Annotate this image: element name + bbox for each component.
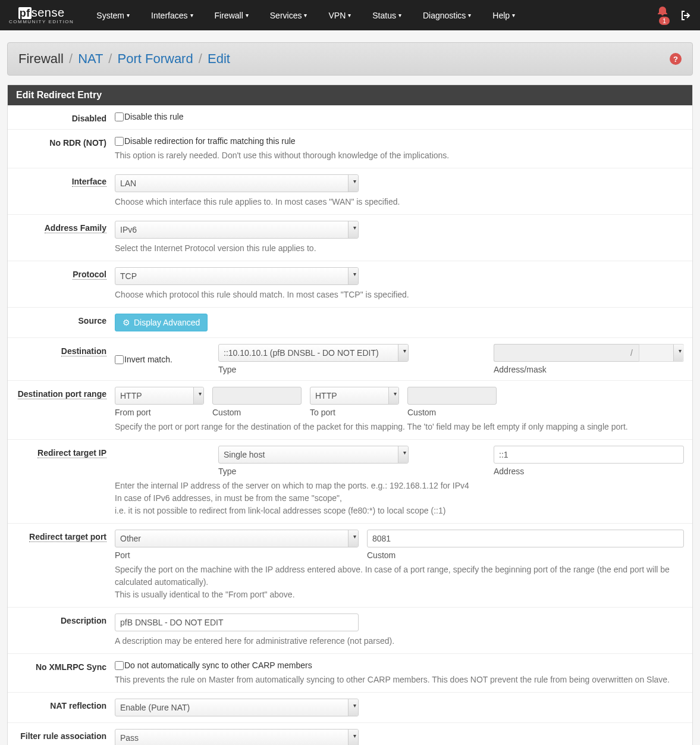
label-protocol: Protocol	[73, 270, 106, 280]
chevron-down-icon: ▾	[468, 12, 471, 18]
label-nordr: No RDR (NOT)	[49, 138, 106, 148]
rport-port-sublabel: Port	[115, 550, 359, 560]
dpr-custom2-sublabel: Custom	[407, 408, 497, 417]
page-header: Firewall / NAT / Port Forward / Edit ?	[7, 42, 693, 76]
rip-address-sublabel: Address	[494, 467, 684, 476]
nav-firewall[interactable]: Firewall▾	[204, 0, 259, 30]
nav-status[interactable]: Status▾	[362, 0, 412, 30]
label-noxmlrpc: No XMLRPC Sync	[36, 662, 106, 672]
nav-vpn[interactable]: VPN▾	[318, 0, 362, 30]
nordr-help: This option is rarely needed. Don't use …	[115, 149, 684, 162]
logo-sense: sense	[32, 6, 65, 19]
label-disabled: Disabled	[72, 114, 106, 123]
redir-ip-address-input[interactable]	[494, 446, 684, 464]
breadcrumb-root: Firewall	[18, 51, 64, 66]
notification-count-badge: 1	[659, 17, 670, 25]
label-dest-port-range: Destination port range	[18, 389, 106, 399]
filter-assoc-select[interactable]: Pass	[115, 729, 359, 745]
nordr-checkbox-label[interactable]: Disable redirection for traffic matching…	[115, 136, 684, 146]
address-family-help: Select the Internet Protocol version thi…	[115, 242, 684, 255]
notifications-button[interactable]: 1	[658, 6, 670, 25]
protocol-select[interactable]: TCP	[115, 267, 359, 285]
top-navbar: pfsense COMMUNITY EDITION System▾ Interf…	[0, 0, 700, 30]
dest-address-input	[494, 344, 624, 362]
redir-ip-type-select[interactable]: Single host	[218, 446, 409, 464]
label-interface: Interface	[72, 177, 106, 187]
dest-from-port-select[interactable]: HTTP	[115, 387, 204, 405]
chevron-down-icon: ▾	[398, 12, 401, 18]
dest-mask-select	[639, 344, 684, 362]
label-address-family: Address Family	[45, 223, 106, 233]
interface-select[interactable]: LAN	[115, 174, 359, 192]
description-help: A description may be entered here for ad…	[115, 635, 684, 647]
chevron-down-icon: ▾	[246, 12, 249, 18]
rip-help: Enter the internal IP address of the ser…	[115, 480, 684, 517]
nav-services[interactable]: Services▾	[259, 0, 318, 30]
interface-help: Choose which interface this rule applies…	[115, 196, 684, 208]
chevron-down-icon: ▾	[512, 12, 515, 18]
redir-port-select[interactable]: Other	[115, 530, 359, 547]
dest-to-port-select[interactable]: HTTP	[310, 387, 399, 405]
logout-button[interactable]	[680, 10, 691, 21]
chevron-down-icon: ▾	[348, 12, 351, 18]
dest-address-sublabel: Address/mask	[494, 365, 684, 374]
rport-help: Specify the port on the machine with the…	[115, 564, 684, 601]
nav-help[interactable]: Help▾	[482, 0, 526, 30]
dpr-from-sublabel: From port	[115, 408, 204, 417]
label-filter-assoc: Filter rule association	[20, 731, 106, 741]
panel-title: Edit Redirect Entry	[8, 85, 692, 105]
logo-pf: pf	[18, 7, 32, 19]
label-source: Source	[79, 316, 106, 325]
breadcrumb-edit[interactable]: Edit	[208, 51, 230, 66]
dest-invert-checkbox[interactable]	[115, 355, 124, 364]
gear-icon	[123, 318, 130, 327]
chevron-down-icon: ▾	[304, 12, 307, 18]
nav-system[interactable]: System▾	[86, 0, 140, 30]
nav-interfaces[interactable]: Interfaces▾	[140, 0, 203, 30]
label-redirect-target-port: Redirect target port	[29, 532, 106, 542]
label-description: Description	[61, 616, 106, 625]
address-family-select[interactable]: IPv6	[115, 221, 359, 239]
nordr-checkbox[interactable]	[115, 137, 124, 146]
redir-port-custom-input[interactable]	[367, 530, 684, 547]
nav-diagnostics[interactable]: Diagnostics▾	[412, 0, 482, 30]
description-input[interactable]	[115, 613, 359, 631]
disabled-checkbox[interactable]	[115, 112, 124, 121]
dpr-custom1-sublabel: Custom	[212, 408, 302, 417]
chevron-down-icon: ▾	[127, 12, 130, 18]
dest-to-custom-input	[407, 387, 497, 405]
dpr-to-sublabel: To port	[310, 408, 399, 417]
label-redirect-target-ip: Redirect target IP	[37, 448, 106, 458]
breadcrumb-nat[interactable]: NAT	[78, 51, 103, 66]
label-destination: Destination	[61, 346, 106, 356]
logo-sub: COMMUNITY EDITION	[9, 20, 74, 24]
nat-reflection-览-select[interactable]: Enable (Pure NAT)	[115, 699, 359, 716]
bell-icon	[658, 6, 667, 15]
noxmlrpc-help: This prevents the rule on Master from au…	[115, 674, 684, 686]
protocol-help: Choose which protocol this rule should m…	[115, 289, 684, 301]
display-advanced-button[interactable]: Display Advanced	[115, 314, 208, 331]
edit-panel: Edit Redirect Entry Disabled Disable thi…	[7, 84, 693, 745]
disabled-checkbox-label[interactable]: Disable this rule	[115, 111, 684, 121]
noxmlrpc-checkbox-label[interactable]: Do not automatically sync to other CARP …	[115, 660, 684, 670]
logout-icon	[680, 10, 691, 21]
noxmlrpc-checkbox[interactable]	[115, 661, 124, 670]
dpr-help: Specify the port or port range for the d…	[115, 421, 684, 433]
dest-type-select[interactable]: ::10.10.10.1 (pfB DNSBL - DO NOT EDIT)	[218, 344, 409, 362]
dest-type-sublabel: Type	[218, 365, 409, 374]
dest-from-custom-input	[212, 387, 302, 405]
chevron-down-icon: ▾	[190, 12, 193, 18]
dest-invert-label[interactable]: Invert match.	[115, 354, 210, 364]
rport-custom-sublabel: Custom	[367, 550, 684, 560]
logo[interactable]: pfsense COMMUNITY EDITION	[9, 7, 74, 24]
slash-label: /	[624, 344, 639, 362]
help-icon[interactable]: ?	[670, 53, 682, 65]
breadcrumb: Firewall / NAT / Port Forward / Edit	[18, 51, 230, 67]
label-nat-reflection: NAT reflection	[50, 701, 106, 710]
rip-type-sublabel: Type	[218, 467, 409, 476]
breadcrumb-port-forward[interactable]: Port Forward	[118, 51, 193, 66]
